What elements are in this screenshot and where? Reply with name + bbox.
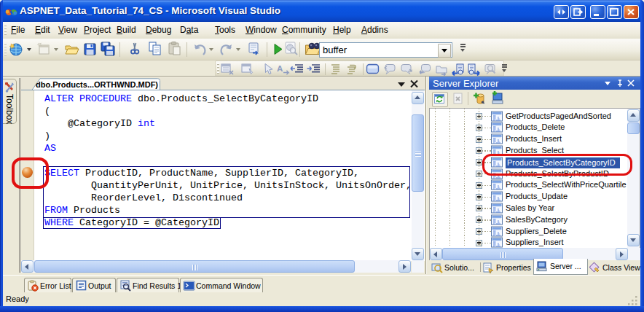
svg-text:A: A <box>277 64 283 73</box>
